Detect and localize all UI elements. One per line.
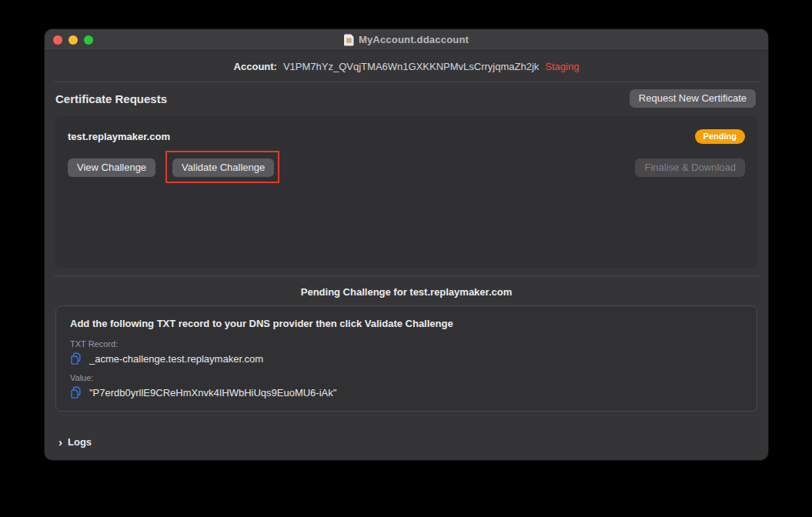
chevron-right-icon: ›	[58, 437, 62, 447]
traffic-lights	[53, 29, 93, 50]
txt-record-value: _acme-challenge.test.replaymaker.com	[89, 353, 263, 365]
copy-value-button[interactable]	[70, 386, 82, 399]
copy-icon	[70, 352, 82, 365]
value-label: Value:	[70, 373, 743, 382]
app-window: MyAccount.ddaccount Account: V1PM7hYz_QV…	[45, 29, 768, 460]
validate-challenge-button[interactable]: Validate Challenge	[172, 158, 274, 177]
divider	[54, 82, 759, 82]
finalise-download-button[interactable]: Finalise & Download	[635, 158, 745, 177]
annotation-highlight-box: Validate Challenge	[172, 158, 274, 177]
window-title: MyAccount.ddaccount	[359, 34, 469, 45]
pending-challenge-heading: Pending Challenge for test.replaymaker.c…	[45, 286, 768, 298]
titlebar[interactable]: MyAccount.ddaccount	[45, 29, 768, 51]
txt-record-label: TXT Record:	[70, 339, 743, 349]
logs-disclosure[interactable]: › Logs	[58, 436, 92, 448]
challenge-value: "P7erdb0yrllE9CReHmXnvk4IHWbHiUqs9EuoMU6…	[89, 387, 336, 399]
minimize-window-button[interactable]	[69, 35, 78, 45]
account-label: Account:	[234, 61, 277, 72]
request-domain: test.replaymaker.com	[68, 131, 170, 142]
challenge-details-box: Add the following TXT record to your DNS…	[55, 305, 757, 412]
request-new-certificate-button[interactable]: Request New Certificate	[630, 89, 756, 108]
view-challenge-button[interactable]: View Challenge	[68, 158, 155, 177]
zoom-window-button[interactable]	[84, 35, 93, 45]
divider	[54, 275, 759, 276]
challenge-instructions: Add the following TXT record to your DNS…	[70, 318, 743, 329]
environment-badge: Staging	[545, 61, 579, 72]
logs-label: Logs	[68, 436, 92, 448]
status-badge: Pending	[695, 129, 745, 144]
account-id: V1PM7hYz_QVqjTMA6Wn1GXKKNPMvLsCrryjqmaZh…	[283, 61, 539, 72]
certificate-request-card: test.replaymaker.com Pending View Challe…	[55, 116, 757, 268]
copy-txt-record-button[interactable]	[70, 352, 82, 365]
copy-icon	[70, 386, 82, 399]
section-title-certificate-requests: Certificate Requests	[55, 92, 167, 105]
document-icon	[344, 34, 354, 46]
account-row: Account: V1PM7hYz_QVqjTMA6Wn1GXKKNPMvLsC…	[45, 51, 768, 82]
close-window-button[interactable]	[53, 35, 62, 45]
